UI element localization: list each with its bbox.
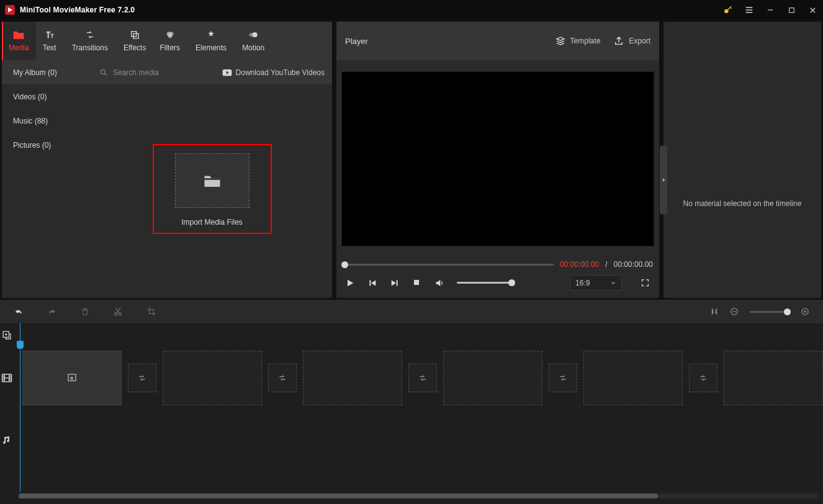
transition-slot[interactable] [689,364,717,392]
tab-label: Elements [196,43,227,52]
license-key-button[interactable] [717,0,739,20]
svg-marker-15 [348,279,353,286]
timeline-ruler[interactable] [14,323,823,347]
download-youtube-button[interactable]: Download YouTube Videos [222,68,325,77]
sidebar-item-album[interactable]: My Album (0) [2,60,92,84]
svg-rect-16 [369,280,371,286]
transition-slot[interactable] [408,364,437,392]
titlebar: MiniTool MovieMaker Free 7.2.0 [0,0,823,20]
import-media-label: Import Media Files [181,218,243,227]
close-button[interactable] [802,0,823,20]
import-media-button[interactable]: Import Media Files [153,144,272,234]
delete-button[interactable] [81,307,89,317]
transition-slot[interactable] [549,364,577,392]
audio-track-icon [0,409,14,471]
clip-slot[interactable] [22,351,122,405]
zoom-in-button[interactable] [801,307,809,316]
audio-track[interactable] [14,409,823,471]
svg-marker-17 [371,280,376,286]
timeline-scrollbar[interactable] [19,493,818,498]
menu-button[interactable] [739,0,760,20]
svg-marker-0 [8,7,12,12]
clip-slot[interactable] [724,351,823,405]
app-title: MiniTool MovieMaker Free 7.2.0 [20,6,135,14]
timeline-toolbar [0,300,823,323]
prev-frame-button[interactable] [367,278,377,288]
template-icon [555,36,565,46]
clip-slot[interactable] [443,351,542,405]
undo-button[interactable] [14,307,24,316]
zoom-slider[interactable] [750,311,789,313]
properties-panel: No material selected on the timeline [663,22,821,298]
maximize-button[interactable] [781,0,802,20]
app-logo [5,5,15,15]
clip-slot[interactable] [583,351,683,405]
volume-slider[interactable] [457,282,514,284]
play-button[interactable] [345,278,355,288]
svg-marker-18 [392,280,396,286]
fullscreen-button[interactable] [641,278,650,288]
add-clip-icon [66,372,78,384]
tab-filters[interactable]: Filters [153,22,187,60]
tab-motion[interactable]: Motion [235,22,271,60]
export-button[interactable]: Export [614,36,650,46]
transition-slot[interactable] [268,364,297,392]
search-media[interactable] [99,68,217,77]
tab-label: Filters [160,43,180,52]
tab-elements[interactable]: Elements [187,22,235,60]
aspect-ratio-value: 16:9 [575,279,590,287]
properties-empty-message: No material selected on the timeline [663,199,821,208]
timeline [0,323,823,504]
aspect-ratio-select[interactable]: 16:9 [570,275,622,290]
clip-slot[interactable] [303,351,402,405]
mute-button[interactable] [434,278,444,288]
media-categories: My Album (0) Videos (0) Music (88) Pictu… [2,60,92,298]
youtube-icon [222,69,232,76]
template-button[interactable]: Template [555,36,601,46]
search-input[interactable] [113,68,194,77]
export-icon [614,36,624,46]
redo-button[interactable] [47,307,57,316]
svg-point-1 [725,9,728,12]
svg-rect-19 [397,280,398,286]
zoom-out-button[interactable] [730,307,739,316]
svg-rect-20 [414,279,419,284]
transition-slot[interactable] [128,364,156,392]
crop-button[interactable] [146,307,156,317]
cut-button[interactable] [113,307,123,317]
chevron-down-icon [610,280,616,286]
video-track-icon [0,347,14,409]
time-sep: / [605,260,607,269]
clip-slot[interactable] [163,351,262,405]
playhead[interactable] [20,323,20,492]
tab-effects[interactable]: Effects [117,22,153,60]
chevron-right-icon [661,176,666,184]
download-youtube-label: Download YouTube Videos [236,68,325,77]
tab-label: Media [9,43,29,52]
sidebar-item-pictures[interactable]: Pictures (0) [2,133,92,157]
seek-bar[interactable] [343,264,554,266]
next-frame-button[interactable] [390,278,400,288]
svg-rect-14 [204,178,220,180]
media-panel: Media Text Transitions Effects Filters E… [2,22,332,298]
stop-button[interactable] [412,278,422,288]
tab-media[interactable]: Media [2,22,36,60]
tab-label: Transitions [72,43,108,52]
sidebar-item-videos[interactable]: Videos (0) [2,84,92,109]
template-label: Template [570,37,601,45]
time-current: 00:00:00.00 [560,260,599,269]
tab-label: Motion [242,43,264,52]
tab-text[interactable]: Text [36,22,63,60]
tab-label: Text [43,43,56,52]
svg-point-10 [249,34,251,36]
tab-transitions[interactable]: Transitions [63,22,117,60]
tool-tabs: Media Text Transitions Effects Filters E… [2,22,332,60]
fit-timeline-button[interactable] [710,307,719,317]
svg-point-7 [168,34,172,38]
sidebar-item-music[interactable]: Music (88) [2,109,92,133]
video-track[interactable] [14,347,823,409]
export-label: Export [629,37,650,45]
minimize-button[interactable] [760,0,781,20]
add-track-button[interactable] [0,323,14,347]
transition-icon [137,374,148,382]
